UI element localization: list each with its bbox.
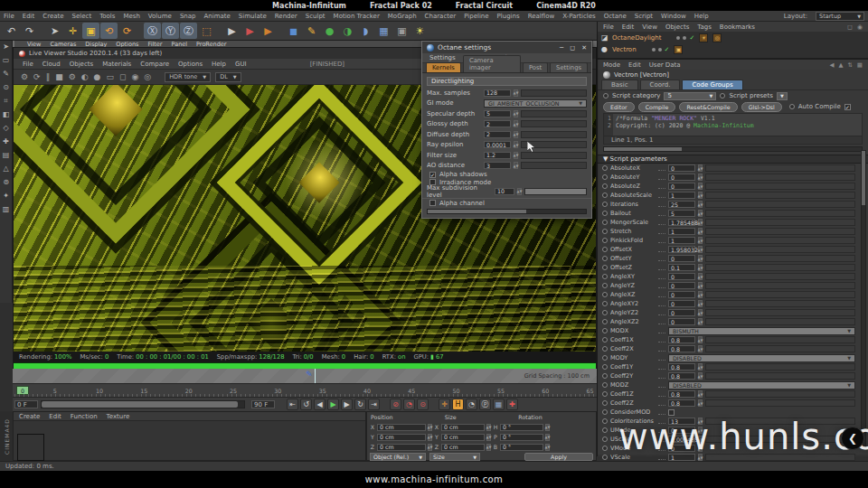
radio-icon[interactable] bbox=[602, 455, 608, 460]
menu-item[interactable]: Plugins bbox=[497, 13, 520, 20]
field-value-input[interactable]: 3 bbox=[484, 162, 511, 169]
transport-button[interactable]: ⇤ bbox=[287, 399, 298, 410]
value-spinner[interactable]: ▲▼ bbox=[698, 246, 703, 253]
radio-icon[interactable] bbox=[602, 400, 608, 406]
code-editor[interactable]: 1 2 /*Formula "MENGER ROCK" V1.1 Copyrig… bbox=[603, 113, 863, 136]
radio-icon[interactable] bbox=[602, 256, 608, 261]
toolbar-icon[interactable]: ▣ bbox=[393, 23, 410, 39]
value-spinner[interactable]: ▲▼ bbox=[698, 273, 703, 280]
field-slider[interactable] bbox=[521, 131, 587, 138]
toolbar-icon[interactable]: ⟳ bbox=[118, 23, 136, 39]
value-spinner[interactable]: ▲▼ bbox=[698, 282, 703, 289]
parameter-value-input[interactable]: 0 bbox=[668, 282, 695, 289]
live-viewer-tool-icon[interactable]: ‖ bbox=[46, 72, 51, 81]
object-manager-menu-item[interactable]: Edit bbox=[622, 23, 635, 31]
tool-icon[interactable]: ✎ bbox=[3, 70, 9, 78]
radio-icon[interactable] bbox=[602, 328, 608, 333]
value-spinner[interactable]: ▲▼ bbox=[517, 188, 522, 195]
object-manager-tool-icon[interactable]: ◉ bbox=[857, 23, 863, 31]
parameter-slider[interactable] bbox=[705, 164, 855, 172]
radio-icon[interactable] bbox=[603, 93, 609, 99]
record-button[interactable]: ◔ bbox=[403, 399, 415, 410]
toolbar-icon[interactable]: Ⓨ bbox=[162, 23, 179, 39]
material-menu-item[interactable]: Create bbox=[19, 413, 40, 420]
keying-button[interactable]: Ⓟ bbox=[479, 399, 491, 410]
parameter-slider[interactable] bbox=[705, 309, 855, 316]
toolbar-icon[interactable]: Ⓧ bbox=[144, 23, 161, 39]
minimize-icon[interactable]: ─ bbox=[560, 44, 563, 52]
toolbar-icon[interactable]: ▦ bbox=[375, 23, 392, 39]
menu-item[interactable]: Volume bbox=[148, 13, 172, 20]
object-manager-menu-item[interactable]: File bbox=[603, 23, 614, 31]
dialog-menu-item[interactable]: Settings bbox=[429, 54, 456, 61]
script-category-dropdown[interactable]: 5 ▼ bbox=[664, 92, 716, 100]
menu-item[interactable]: Simulate bbox=[239, 13, 267, 20]
value-spinner[interactable]: ▲▼ bbox=[698, 255, 703, 262]
live-viewer-menu-item[interactable]: Compare bbox=[140, 61, 169, 68]
enabled-check-icon[interactable]: ✓ bbox=[665, 46, 670, 53]
menu-item[interactable]: Render bbox=[275, 13, 297, 20]
live-viewer-menu-item[interactable]: File bbox=[23, 61, 33, 68]
field-value-input[interactable]: 1.2 bbox=[484, 152, 511, 159]
size-mode-dropdown[interactable]: Size▼ bbox=[429, 453, 480, 461]
field-slider[interactable] bbox=[521, 89, 587, 97]
value-spinner[interactable]: ▲▼ bbox=[698, 291, 703, 298]
value-spinner[interactable]: ▲▼ bbox=[698, 372, 703, 380]
radio-icon[interactable] bbox=[602, 364, 608, 370]
parameter-slider[interactable] bbox=[705, 372, 855, 380]
parameter-value-input[interactable]: 1.785488 bbox=[668, 219, 695, 226]
value-spinner[interactable]: ▲▼ bbox=[514, 89, 518, 97]
parameter-value-input[interactable]: 0 bbox=[668, 164, 695, 172]
menu-item[interactable]: Create bbox=[42, 13, 63, 20]
end-frame-input[interactable]: 90 F bbox=[251, 400, 275, 408]
value-spinner[interactable]: ▲▼ bbox=[428, 444, 432, 451]
tool-icon[interactable]: ⌗ bbox=[4, 98, 8, 105]
value-spinner[interactable]: ▲▼ bbox=[698, 164, 703, 172]
field-value-input[interactable]: 2 bbox=[484, 131, 511, 138]
parameter-slider[interactable] bbox=[705, 300, 855, 307]
attribute-tool-icon[interactable]: ◀ bbox=[829, 61, 834, 69]
script-button[interactable]: Compile bbox=[638, 102, 676, 112]
parameter-value-input[interactable]: 1 bbox=[668, 192, 695, 199]
value-spinner[interactable]: ▲▼ bbox=[698, 336, 703, 343]
value-spinner[interactable]: ▲▼ bbox=[698, 390, 703, 398]
menu-item[interactable]: MoGraph bbox=[388, 13, 417, 20]
parameter-slider[interactable] bbox=[705, 228, 855, 235]
object-manager-menu-item[interactable]: View bbox=[642, 23, 657, 31]
value-spinner[interactable]: ▲▼ bbox=[698, 300, 703, 307]
parameter-value-input[interactable]: 0.8 bbox=[668, 363, 695, 371]
menu-item[interactable]: File bbox=[4, 13, 14, 20]
radio-icon[interactable] bbox=[602, 319, 608, 324]
radio-icon[interactable] bbox=[602, 310, 608, 315]
script-button[interactable]: Reset&Compile bbox=[679, 102, 737, 112]
value-spinner[interactable]: ▲▼ bbox=[698, 264, 703, 271]
radio-icon[interactable] bbox=[602, 183, 608, 189]
value-spinner[interactable]: ▲▼ bbox=[698, 363, 703, 371]
toolbar-icon[interactable]: ▣ bbox=[82, 23, 99, 39]
radio-icon[interactable] bbox=[602, 436, 608, 442]
parameter-dropdown[interactable]: DISABLED▼ bbox=[668, 381, 855, 389]
keying-button[interactable]: ✛ bbox=[439, 399, 450, 410]
radio-icon[interactable] bbox=[602, 446, 608, 451]
parameter-value-input[interactable]: 0.8 bbox=[668, 345, 695, 352]
script-parameters-header[interactable]: ▼ Script parameters bbox=[598, 155, 868, 164]
parameter-value-input[interactable]: 5 bbox=[668, 210, 695, 217]
tool-icon[interactable]: ➤ bbox=[3, 43, 9, 51]
dialog-tab[interactable]: Camera imager bbox=[463, 55, 521, 72]
dialog-titlebar[interactable]: Octane settings ─ ◻ ✕ bbox=[422, 42, 591, 53]
attribute-menu-item[interactable]: Mode bbox=[603, 61, 620, 69]
parameter-value-input[interactable]: 0 bbox=[668, 318, 695, 325]
value-spinner[interactable]: ▲▼ bbox=[545, 424, 550, 431]
radio-icon[interactable] bbox=[602, 409, 608, 415]
toolbar-icon[interactable]: ● bbox=[321, 23, 338, 39]
attribute-tab[interactable]: Code Groups bbox=[682, 80, 742, 89]
object-tag-icon[interactable]: ◎ bbox=[712, 33, 722, 42]
size-input[interactable]: 0 cm bbox=[441, 434, 485, 441]
tool-icon[interactable]: ✦ bbox=[3, 192, 9, 200]
parameter-value-input[interactable]: 0.8 bbox=[668, 336, 695, 343]
value-spinner[interactable]: ▲▼ bbox=[698, 192, 703, 199]
record-button[interactable]: ⊙ bbox=[417, 399, 429, 410]
value-spinner[interactable]: ▲▼ bbox=[698, 345, 703, 352]
live-viewer-tool-icon[interactable]: ▭ bbox=[106, 72, 114, 81]
live-viewer-menu-item[interactable]: Materials bbox=[102, 61, 131, 68]
